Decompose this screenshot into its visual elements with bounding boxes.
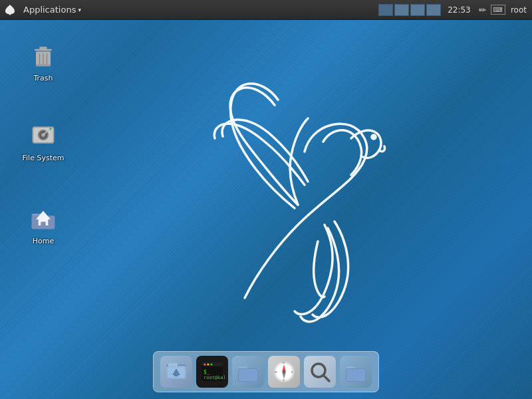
workspace-2-button[interactable]	[394, 4, 409, 16]
user-label: root	[511, 5, 527, 15]
home-svg	[29, 203, 58, 233]
trash-icon-image	[27, 39, 59, 71]
desktop: Applications ▾ 22:53 ✏ ⌨ root	[0, 0, 532, 399]
dock-folder-button[interactable]	[232, 356, 264, 388]
svg-point-24	[204, 364, 206, 366]
svg-point-13	[49, 128, 52, 130]
svg-point-16	[372, 135, 376, 139]
dock-terminal-button[interactable]: $_ root@kali	[196, 356, 228, 388]
workspace-4-button[interactable]	[426, 4, 441, 16]
kali-logo-icon	[3, 3, 17, 17]
svg-point-36	[283, 370, 285, 373]
dock-compass-button[interactable]: N S W E	[268, 356, 300, 388]
filesystem-label: File System	[23, 154, 65, 162]
trash-label: Trash	[33, 74, 53, 82]
filesystem-svg	[29, 120, 58, 150]
menu-arrow-icon: ▾	[78, 7, 81, 13]
svg-text:S: S	[283, 378, 285, 382]
files-dock-icon	[164, 359, 189, 384]
svg-text:W: W	[275, 370, 277, 374]
applications-label: Applications	[23, 5, 76, 15]
home-desktop-icon[interactable]: Home	[13, 200, 73, 248]
workspace-1-button[interactable]	[378, 4, 393, 16]
applications-menu[interactable]: Applications ▾	[19, 3, 85, 16]
svg-text:$_: $_	[203, 369, 210, 375]
clock-display: 22:53	[448, 5, 471, 15]
trash-svg	[29, 41, 58, 70]
dock-folder2-button[interactable]	[340, 356, 372, 388]
home-icon-image	[27, 202, 59, 234]
taskbar-right: 22:53 ✏ ⌨ root	[378, 4, 532, 16]
home-label: Home	[33, 237, 54, 245]
kali-dragon-logo	[192, 72, 444, 338]
svg-line-42	[323, 375, 329, 381]
svg-rect-30	[239, 369, 257, 381]
workspace-3-button[interactable]	[410, 4, 425, 16]
filesystem-icon-image	[27, 119, 59, 151]
svg-text:N: N	[283, 361, 285, 364]
pen-icon: ✏	[479, 5, 487, 15]
compass-dock-icon: N S W E	[271, 359, 297, 384]
taskbar: Applications ▾ 22:53 ✏ ⌨ root	[0, 0, 532, 20]
svg-point-25	[207, 364, 209, 366]
dock-search-button[interactable]	[304, 356, 336, 388]
dock-files-button[interactable]	[160, 356, 192, 388]
filesystem-desktop-icon[interactable]: File System	[13, 116, 73, 165]
folder2-dock-icon	[343, 359, 368, 384]
dock: $_ root@kali N S	[153, 351, 379, 392]
trash-desktop-icon[interactable]: Trash	[13, 37, 73, 85]
search-dock-icon	[307, 359, 332, 384]
keyboard-layout-icon[interactable]: ⌨	[491, 5, 505, 15]
svg-text:E: E	[291, 370, 293, 374]
svg-rect-6	[36, 65, 51, 66]
svg-rect-44	[346, 369, 365, 381]
taskbar-left: Applications ▾	[0, 3, 378, 17]
svg-text:root@kali: root@kali	[203, 375, 225, 380]
folder-dock-icon	[235, 359, 261, 384]
terminal-dock-icon: $_ root@kali	[200, 359, 225, 384]
svg-rect-1	[40, 47, 47, 50]
svg-rect-19	[168, 363, 178, 366]
svg-point-26	[211, 364, 213, 366]
